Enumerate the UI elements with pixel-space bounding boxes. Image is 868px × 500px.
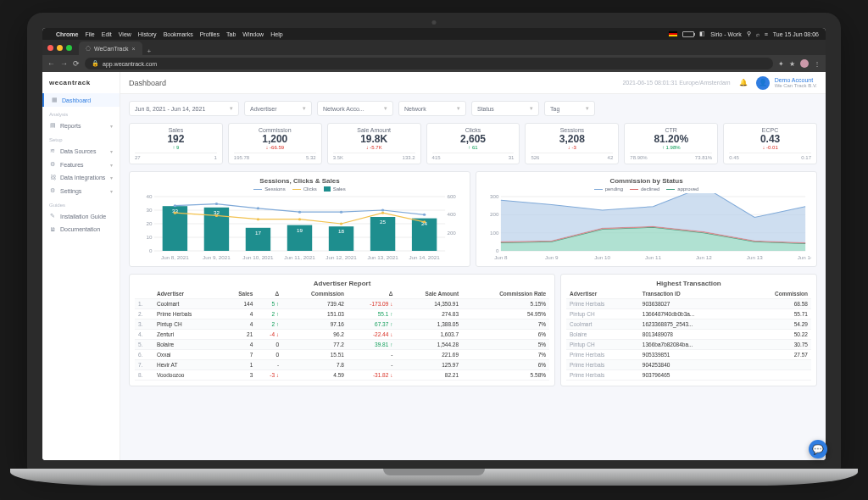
- table-row[interactable]: 6.Oxxai7015.51-221.697%: [135, 350, 549, 360]
- window-controls[interactable]: [47, 40, 72, 55]
- svg-text:0: 0: [149, 248, 153, 253]
- filter-date-range[interactable]: Jun 8, 2021 - Jun 14, 2021▾: [129, 101, 239, 116]
- highest-transaction-table: AdvertiserTransaction IDCommissionPrime …: [566, 289, 811, 381]
- menubar-app[interactable]: Chrome: [56, 31, 78, 37]
- forward-button[interactable]: →: [60, 59, 68, 68]
- filter-advertiser[interactable]: Advertiser▾: [244, 101, 312, 116]
- kpi-sessions[interactable]: Sessions 3,208 ↓ -3 52642: [525, 123, 619, 164]
- sidebar-item-data-integrations[interactable]: ⛓Data Integrations▾: [42, 171, 120, 184]
- menu-window[interactable]: Window: [242, 31, 264, 37]
- menu-tab[interactable]: Tab: [226, 31, 236, 37]
- menubar-profile[interactable]: Sirio - Work: [710, 31, 741, 37]
- table-row[interactable]: 5.Bolaire4077.239.81 ↑1,544.285%: [135, 340, 549, 350]
- book-icon: ✎: [49, 213, 56, 219]
- svg-text:Jun 14, 2021: Jun 14, 2021: [409, 255, 439, 260]
- profile-switch-icon[interactable]: ◧: [699, 31, 705, 37]
- tab-title: WeCanTrack: [94, 46, 128, 52]
- chat-widget-button[interactable]: 💬: [809, 440, 826, 458]
- svg-text:0: 0: [496, 248, 499, 253]
- table-row[interactable]: Prime Herbals90363802768.58: [566, 299, 811, 309]
- svg-text:Jun 10, 2021: Jun 10, 2021: [242, 255, 273, 260]
- svg-point-39: [381, 212, 384, 214]
- filter-network-account[interactable]: Network Acco...▾: [317, 101, 393, 116]
- user-company: We Can Track B.V.: [775, 83, 817, 88]
- sidebar-item-settings[interactable]: ⚙Settings▾: [42, 184, 120, 197]
- filter-tag[interactable]: Tag▾: [544, 101, 595, 116]
- more-menu-icon[interactable]: ⋮: [814, 60, 821, 68]
- back-button[interactable]: ←: [47, 59, 55, 68]
- close-window-icon[interactable]: [47, 45, 53, 51]
- kpi-ctr[interactable]: CTR 81.20% ↑ 1.98% 78.90%73.81%: [624, 123, 718, 164]
- table-row[interactable]: 8.Voodoozoo3-3 ↓4.59-31.82 ↓82.215.58%: [135, 370, 549, 381]
- menu-edit[interactable]: Edit: [102, 31, 112, 37]
- notifications-icon[interactable]: 🔔: [739, 79, 748, 86]
- chart-icon: ▤: [49, 122, 56, 129]
- svg-text:32: 32: [214, 210, 220, 215]
- sidebar-item-installation-guide[interactable]: ✎Installation Guide: [42, 209, 120, 223]
- svg-text:Jun 13, 2021: Jun 13, 2021: [367, 255, 398, 260]
- kpi-sale-amount[interactable]: Sale Amount 19.8K ↓ -5.7K 3.5K133.2: [327, 123, 421, 164]
- chart-sessions-clicks-sales: Sessions, Clicks & Sales Sessions Clicks…: [129, 171, 470, 267]
- control-center-icon[interactable]: ≡: [765, 31, 768, 37]
- sidebar-group-label: Analysis: [42, 107, 120, 119]
- svg-point-32: [381, 209, 384, 212]
- kpi-ecpc[interactable]: ECPC 0.43 ↓ -0.01 0.450.17: [723, 123, 817, 164]
- minimize-window-icon[interactable]: [57, 45, 63, 51]
- kpi-commission[interactable]: Commission 1,200 ↓ -66.59 195.785.32: [228, 123, 322, 164]
- menu-help[interactable]: Help: [270, 31, 282, 37]
- table-row[interactable]: Prime Herbals903796465: [566, 370, 811, 381]
- sidebar-item-features[interactable]: ⚙Features▾: [42, 158, 120, 171]
- sidebar-item-dashboard[interactable]: ▦Dashboard: [42, 93, 120, 107]
- table-row[interactable]: Bolaire801348907850.22: [566, 330, 811, 340]
- address-bar[interactable]: 🔒 app.wecantrack.com: [85, 58, 773, 69]
- fullscreen-window-icon[interactable]: [66, 45, 72, 51]
- table-row[interactable]: 1.Coolmart1445 ↑739.42-173.09 ↓14,350.91…: [135, 299, 549, 309]
- table-row[interactable]: 4.Zenturi21-4 ↓96.2-22.44 ↓1,603.76%: [135, 330, 549, 340]
- menu-profiles[interactable]: Profiles: [200, 31, 220, 37]
- table-row[interactable]: Prime Herbals90533985127.57: [566, 350, 811, 360]
- brand-logo[interactable]: wecantrack: [42, 72, 120, 93]
- sidebar-item-reports[interactable]: ▤Reports▾: [42, 119, 120, 132]
- bookmark-icon[interactable]: ★: [789, 60, 795, 68]
- svg-point-34: [174, 212, 176, 214]
- filter-network[interactable]: Network▾: [398, 101, 466, 116]
- kpi-clicks[interactable]: Clicks 2,605 ↑ 61 41531: [426, 123, 520, 164]
- new-tab-button[interactable]: +: [142, 47, 157, 55]
- extensions-icon[interactable]: ✦: [778, 60, 784, 68]
- wifi-icon[interactable]: ⚲: [747, 31, 751, 37]
- filter-status[interactable]: Status▾: [471, 101, 539, 116]
- menu-history[interactable]: History: [138, 31, 157, 37]
- menu-file[interactable]: File: [85, 31, 94, 37]
- sidebar-item-data-sources[interactable]: ≋Data Sources▾: [42, 144, 120, 158]
- kpi-sales[interactable]: Sales 192 ↑ 9 271: [129, 123, 223, 164]
- table-row[interactable]: Pintup CH1366ba7b82084ba...30.75: [566, 340, 811, 350]
- menu-view[interactable]: View: [119, 31, 131, 37]
- reload-button[interactable]: ⟳: [73, 59, 80, 68]
- tab-close-icon[interactable]: ×: [131, 46, 135, 52]
- sidebar-item-documentation[interactable]: 🗎Documentation: [42, 223, 120, 236]
- menu-bookmarks[interactable]: Bookmarks: [164, 31, 193, 37]
- flag-icon[interactable]: [669, 31, 677, 36]
- battery-icon[interactable]: [682, 31, 694, 37]
- table-row[interactable]: 3.Pintup CH42 ↑97.1667.37 ↑1,388.057%: [135, 319, 549, 330]
- table-row[interactable]: Pintup CH1366487f40db0b3a...55.71: [566, 309, 811, 319]
- chevron-down-icon: ▾: [110, 148, 113, 154]
- table-row[interactable]: Coolmart1623368875_2543...54.29: [566, 319, 811, 330]
- doc-icon: 🗎: [49, 226, 56, 232]
- search-icon[interactable]: ⌕: [756, 31, 760, 37]
- user-menu[interactable]: 👤 Demo Account We Can Track B.V.: [756, 76, 817, 90]
- svg-text:40: 40: [147, 194, 153, 199]
- profile-avatar-icon[interactable]: [800, 59, 809, 68]
- table-row[interactable]: 7.Hevir AT1-7.8-125.976%: [135, 360, 549, 370]
- browser-tab[interactable]: ◌ WeCanTrack ×: [79, 42, 142, 55]
- url-text: app.wecantrack.com: [103, 61, 157, 67]
- sidebar-item-label: Installation Guide: [60, 214, 106, 219]
- sidebar-item-label: Data Integrations: [60, 175, 105, 181]
- svg-point-30: [298, 211, 301, 214]
- menubar-clock[interactable]: Tue 15 Jun 08:06: [773, 31, 819, 37]
- highest-transaction-card: Highest Transaction AdvertiserTransactio…: [560, 274, 817, 386]
- sidebar-item-label: Reports: [60, 123, 81, 129]
- table-row[interactable]: 2.Prime Herbals42 ↑151.0355.1 ↑274.8354.…: [135, 309, 549, 319]
- table-row[interactable]: Prime Herbals904253840: [566, 360, 811, 370]
- svg-text:Jun 11: Jun 11: [645, 255, 661, 260]
